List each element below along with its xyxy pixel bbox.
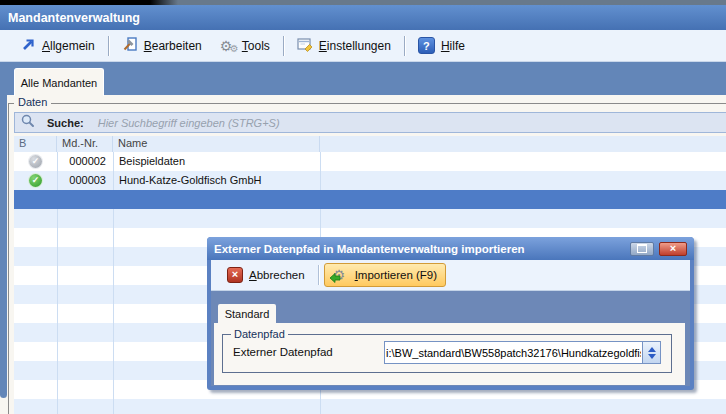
table-row[interactable]: ✓ 000002 Beispieldaten	[14, 152, 726, 171]
window-title: Mandantenverwaltung	[8, 11, 140, 25]
toolbar-separator	[283, 36, 284, 56]
dialog-titlebar: Externer Datenpfad in Mandantenverwaltun…	[207, 237, 694, 260]
arrow-up-right-icon	[21, 37, 36, 55]
hilfe-button[interactable]: ? Hilfe	[409, 34, 474, 57]
table-header: B Md.-Nr. Name	[14, 136, 726, 152]
search-label: Suche:	[47, 117, 84, 129]
hammer-document-icon	[122, 36, 138, 55]
column-header-number[interactable]: Md.-Nr.	[57, 136, 113, 152]
datenpfad-groupbox: Datenpfad Externer Datenpfad	[222, 334, 672, 373]
bearbeiten-button[interactable]: Bearbeiten	[113, 33, 211, 58]
dialog-toolbar: × Abbrechen ⚙ Importieren (F9)	[211, 260, 690, 291]
externer-datenpfad-field	[384, 341, 661, 364]
daten-groupbox-label: Daten	[14, 96, 51, 108]
main-toolbar: Allgemein Bearbeiten ⚙ ⚙ Tools Einstellu…	[0, 30, 726, 62]
externer-datenpfad-label: Externer Datenpfad	[233, 346, 333, 358]
dialog-title: Externer Datenpfad in Mandantenverwaltun…	[214, 243, 630, 255]
question-mark-icon: ?	[418, 37, 435, 54]
toolbar-separator	[108, 36, 109, 56]
import-dialog: Externer Datenpfad in Mandantenverwaltun…	[207, 237, 694, 390]
tab-alle-mandanten[interactable]: Alle Mandanten	[14, 68, 104, 96]
table-row-selected[interactable]	[14, 190, 726, 209]
restore-button[interactable]	[630, 242, 654, 256]
red-x-icon: ×	[227, 267, 243, 283]
spinner-control[interactable]	[642, 342, 660, 363]
restore-icon	[637, 244, 647, 253]
einstellungen-button[interactable]: Einstellungen	[288, 33, 400, 58]
search-icon	[21, 114, 35, 132]
bearbeiten-label: B	[144, 39, 152, 53]
abbrechen-button[interactable]: × Abbrechen	[219, 264, 313, 286]
dialog-tab-label: Standard	[225, 308, 270, 320]
allgemein-button[interactable]: Allgemein	[12, 34, 104, 58]
import-arrow-icon	[330, 271, 341, 285]
tab-label: Alle Mandanten	[21, 77, 97, 89]
window-titlebar: Mandantenverwaltung	[0, 5, 726, 30]
tab-standard[interactable]: Standard	[218, 304, 276, 323]
toolbar-separator	[404, 36, 405, 56]
row-name: Hund-Katze-Goldfisch GmbH	[113, 171, 261, 190]
search-input[interactable]: Suche: Hier Suchbegriff eingeben (STRG+S…	[14, 112, 726, 133]
close-button[interactable]: ×	[659, 242, 687, 256]
column-header-status[interactable]: B	[14, 136, 57, 152]
einstellungen-label: E	[319, 39, 327, 53]
tab-strip-background	[0, 62, 726, 95]
hilfe-label: H	[441, 39, 450, 53]
gears-icon: ⚙ ⚙	[220, 38, 236, 54]
gear-import-icon: ⚙	[333, 267, 349, 283]
spinner-up-icon[interactable]	[648, 347, 656, 352]
row-number: 000003	[57, 171, 113, 190]
allgemein-label: A	[42, 39, 50, 53]
column-header-name[interactable]: Name	[113, 136, 320, 152]
tools-button[interactable]: ⚙ ⚙ Tools	[211, 35, 279, 57]
datenpfad-groupbox-label: Datenpfad	[231, 328, 288, 340]
window-left-border	[0, 95, 7, 398]
toolbar-separator	[318, 265, 319, 285]
column-header-filler	[320, 136, 726, 152]
table-row[interactable]: ✓ 000003 Hund-Katze-Goldfisch GmbH	[14, 171, 726, 190]
row-name: Beispieldaten	[113, 152, 185, 171]
externer-datenpfad-input[interactable]	[385, 342, 642, 363]
abbrechen-label: A	[249, 269, 257, 281]
importieren-button[interactable]: ⚙ Importieren (F9)	[324, 263, 446, 287]
row-number: 000002	[57, 152, 113, 171]
gray-check-icon: ✓	[29, 155, 42, 168]
close-icon: ×	[670, 243, 676, 254]
form-pencil-icon	[297, 36, 313, 55]
dialog-tab-panel: Datenpfad Externer Datenpfad	[214, 323, 685, 385]
green-check-icon: ✓	[29, 174, 42, 187]
search-placeholder: Hier Suchbegriff eingeben (STRG+S)	[98, 117, 280, 129]
app-window: Mandantenverwaltung Allgemein Bearbeiten…	[0, 0, 726, 414]
dialog-body: Standard Datenpfad Externer Datenpfad	[211, 291, 690, 386]
spinner-down-icon[interactable]	[648, 354, 656, 359]
